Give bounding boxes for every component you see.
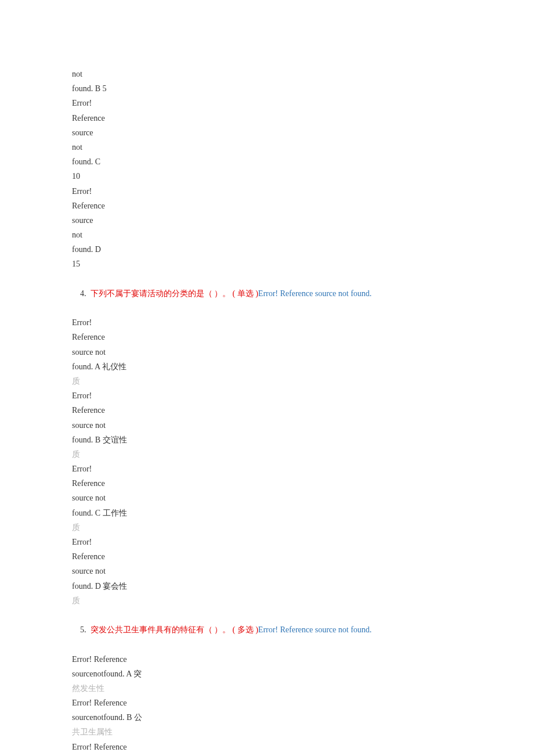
question-number: 5. xyxy=(80,625,91,634)
text-line: Reference xyxy=(72,476,462,491)
text-line: Error! xyxy=(72,184,462,199)
text-line: 然发生性 xyxy=(72,681,462,696)
question-text: 突发公共卫生事件具有的特征有（ ）。 ( 多选 ) xyxy=(91,625,258,634)
text-line: 质 xyxy=(72,447,462,462)
text-line: sourcenotfound. A 突 xyxy=(72,667,462,681)
question-4: 4. 下列不属于宴请活动的分类的是（ ）。 ( 单选 )Error! Refer… xyxy=(72,272,462,316)
text-line: Error! Reference xyxy=(72,696,462,710)
text-line: not xyxy=(72,140,462,154)
text-line: 10 xyxy=(72,169,462,183)
text-line: Reference xyxy=(72,403,462,417)
text-line: found. B 5 xyxy=(72,81,462,96)
text-line: Error! xyxy=(72,96,462,110)
text-line: found. A 礼仪性 xyxy=(72,359,462,374)
text-line: found. B 交谊性 xyxy=(72,433,462,447)
text-line: Reference xyxy=(72,111,462,125)
text-line: found. D 宴会性 xyxy=(72,579,462,593)
text-line: 质 xyxy=(72,593,462,608)
text-line: 15 xyxy=(72,257,462,271)
question-5: 5. 突发公共卫生事件具有的特征有（ ）。 ( 多选 )Error! Refer… xyxy=(72,608,462,652)
text-line: source not xyxy=(72,491,462,505)
text-line: Reference xyxy=(72,330,462,344)
text-line: Error! Reference xyxy=(72,740,462,754)
text-line: found. C xyxy=(72,154,462,169)
text-line: sourcenotfound. B 公 xyxy=(72,710,462,725)
text-line: Error! xyxy=(72,535,462,549)
text-line: source xyxy=(72,125,462,140)
text-line: source not xyxy=(72,418,462,433)
text-line: Error! xyxy=(72,388,462,403)
text-line: 质 xyxy=(72,374,462,388)
text-line: 共卫生属性 xyxy=(72,725,462,739)
question-text: 下列不属于宴请活动的分类的是（ ）。 ( 单选 ) xyxy=(91,289,258,298)
text-line: source not xyxy=(72,345,462,359)
text-line: Reference xyxy=(72,199,462,213)
text-line: not xyxy=(72,67,462,81)
text-line: source xyxy=(72,213,462,228)
error-ref: Error! Reference source not found. xyxy=(258,289,372,298)
text-line: 质 xyxy=(72,520,462,535)
error-ref: Error! Reference source not found. xyxy=(258,625,372,634)
text-line: found. D xyxy=(72,242,462,257)
text-line: Error! Reference xyxy=(72,652,462,667)
text-line: Error! xyxy=(72,315,462,330)
text-line: Reference xyxy=(72,549,462,564)
document-page: not found. B 5 Error! Reference source n… xyxy=(0,0,534,756)
text-line: found. C 工作性 xyxy=(72,506,462,520)
question-number: 4. xyxy=(80,289,91,298)
text-line: Error! xyxy=(72,462,462,476)
text-line: not xyxy=(72,228,462,242)
text-line: source not xyxy=(72,564,462,578)
